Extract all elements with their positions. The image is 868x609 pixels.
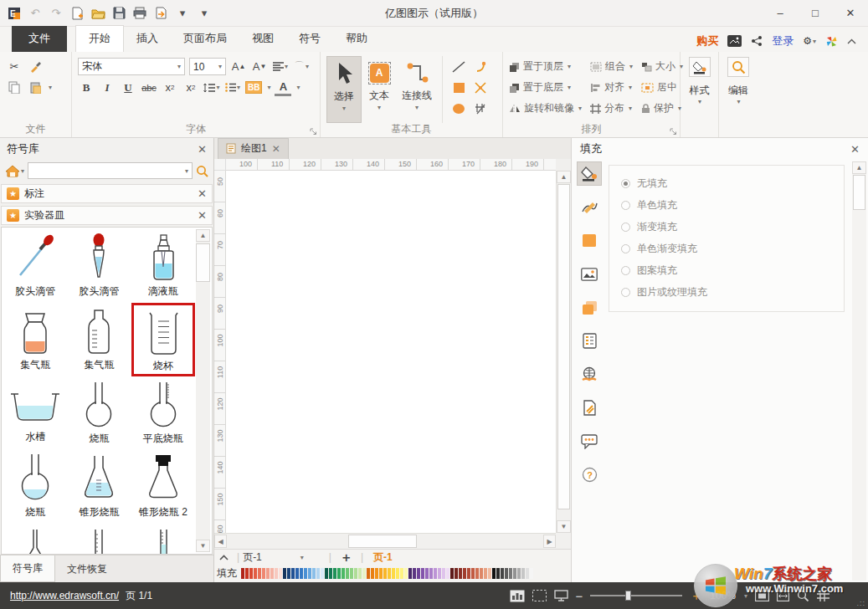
- search-icon[interactable]: [196, 165, 208, 177]
- bottom-tab-file-recovery[interactable]: 文件恢复: [55, 555, 119, 582]
- palette-swatch[interactable]: [521, 568, 525, 579]
- symbol-gas-bottle[interactable]: 集气瓶: [67, 303, 131, 376]
- palette-swatch[interactable]: [304, 568, 307, 579]
- strikethrough-icon[interactable]: abc: [141, 79, 157, 96]
- palette-swatch[interactable]: [362, 568, 366, 579]
- palette-swatch[interactable]: [392, 568, 395, 579]
- palette-swatch[interactable]: [295, 568, 299, 579]
- symbol-dropping-bottle[interactable]: 滴液瓶: [131, 229, 195, 303]
- palette-swatch[interactable]: [505, 568, 508, 579]
- symbol-erlenmeyer-flask[interactable]: 锥形烧瓶: [67, 450, 131, 524]
- customize-quick-access-button[interactable]: ▾: [197, 6, 212, 21]
- palette-swatch[interactable]: [501, 568, 504, 579]
- redo-button[interactable]: ↷: [49, 6, 64, 21]
- shape-format-icon[interactable]: [577, 228, 602, 253]
- palette-swatch[interactable]: [291, 568, 295, 579]
- canvas-vertical-scrollbar[interactable]: ▲ ▼: [556, 171, 571, 533]
- palette-swatch[interactable]: [530, 568, 533, 579]
- palette-swatch[interactable]: [434, 568, 437, 579]
- palette-swatch[interactable]: [417, 568, 420, 579]
- fill-panel-scrollbar[interactable]: ▲: [852, 161, 866, 581]
- symbol-beaker-highlighted[interactable]: 烧杯: [131, 303, 195, 376]
- palette-swatch[interactable]: [249, 568, 253, 579]
- palette-swatch[interactable]: [321, 568, 324, 579]
- palette-swatch[interactable]: [455, 568, 458, 579]
- tab-page-layout[interactable]: 页面布局: [171, 26, 239, 52]
- palette-swatch[interactable]: [346, 568, 349, 579]
- font-dialog-launcher-icon[interactable]: [310, 128, 317, 136]
- symbol-dropper-diagonal[interactable]: 胶头滴管: [3, 229, 67, 303]
- distribute-button[interactable]: 分布▾: [590, 98, 633, 119]
- paste-dropdown[interactable]: ▾: [49, 84, 52, 91]
- grid-toggle-icon[interactable]: [817, 591, 829, 601]
- palette-swatch[interactable]: [509, 568, 512, 579]
- palette-swatch[interactable]: [266, 568, 270, 579]
- fill-panel-close-icon[interactable]: ✕: [850, 143, 860, 156]
- text-tool-button[interactable]: A 文本▾: [362, 56, 397, 123]
- fit-width-icon[interactable]: [777, 591, 789, 601]
- drawing-canvas[interactable]: [226, 171, 556, 533]
- page-selector-dropdown[interactable]: ▾: [300, 554, 304, 561]
- note-icon[interactable]: [577, 329, 602, 353]
- bottom-tab-symbol-library[interactable]: 符号库: [0, 555, 55, 582]
- resize-grip[interactable]: .::: [856, 599, 865, 607]
- style-label[interactable]: 样式: [690, 84, 710, 98]
- cross-point-tool-icon[interactable]: [474, 81, 487, 95]
- comment-icon[interactable]: [577, 429, 602, 453]
- collapse-ribbon-icon[interactable]: [847, 38, 856, 44]
- palette-swatch[interactable]: [379, 568, 383, 579]
- palette-swatch[interactable]: [342, 568, 345, 579]
- tab-view[interactable]: 视图: [239, 26, 286, 52]
- document-tab-close-icon[interactable]: ✕: [272, 143, 280, 155]
- tab-symbols[interactable]: 符号: [286, 26, 333, 52]
- palette-swatch[interactable]: [480, 568, 483, 579]
- hyperlink-globe-icon[interactable]: [577, 362, 602, 386]
- paste-icon[interactable]: [27, 79, 44, 96]
- text-highlight-dropdown[interactable]: ▾: [267, 84, 270, 91]
- palette-swatch[interactable]: [283, 568, 286, 579]
- palette-swatch[interactable]: [463, 568, 466, 579]
- scroll-down-icon[interactable]: ▼: [557, 520, 571, 533]
- line-style-icon[interactable]: [577, 195, 602, 219]
- edit-label[interactable]: 编辑: [728, 84, 748, 98]
- symbol-scrollbar[interactable]: ▲ ▼: [196, 229, 210, 552]
- palette-swatch[interactable]: [337, 568, 341, 579]
- palette-swatch[interactable]: [316, 568, 320, 579]
- text-highlight-icon[interactable]: BB: [245, 81, 262, 94]
- canvas-horizontal-scrollbar[interactable]: ◀ ▶: [214, 533, 556, 549]
- palette-swatch[interactable]: [358, 568, 362, 579]
- palette-swatch[interactable]: [383, 568, 387, 579]
- palette-swatch[interactable]: [404, 568, 408, 579]
- scroll-up-icon[interactable]: ▲: [852, 161, 866, 174]
- library-section-labware[interactable]: ★ 实验器皿 ✕: [1, 206, 213, 225]
- palette-swatch[interactable]: [459, 568, 462, 579]
- font-color-dropdown[interactable]: ▾: [296, 84, 300, 91]
- symbol-flat-bottom-flask[interactable]: 平底烧瓶: [131, 376, 195, 450]
- center-button[interactable]: 居中: [641, 77, 683, 98]
- palette-swatch[interactable]: [354, 568, 357, 579]
- palette-swatch[interactable]: [488, 568, 491, 579]
- zoom-in-icon[interactable]: ＋: [690, 588, 702, 604]
- connector-tool-button[interactable]: 连接线▾: [397, 56, 437, 123]
- bullet-list-icon[interactable]: ▾: [224, 79, 241, 96]
- fill-option-single-gradient[interactable]: 单色渐变填充: [621, 238, 844, 259]
- palette-swatch[interactable]: [262, 568, 265, 579]
- palette-swatch[interactable]: [526, 568, 529, 579]
- login-button[interactable]: 登录: [772, 33, 794, 49]
- palette-swatch[interactable]: [245, 568, 249, 579]
- image-icon[interactable]: [577, 262, 602, 286]
- scroll-down-icon[interactable]: ▼: [196, 540, 210, 552]
- palette-swatch[interactable]: [258, 568, 261, 579]
- line-tool-icon[interactable]: [451, 60, 466, 74]
- palette-swatch[interactable]: [333, 568, 336, 579]
- symbol-gas-bottle-liquid[interactable]: 集气瓶: [3, 303, 67, 376]
- palette-swatch[interactable]: [329, 568, 332, 579]
- fit-window-icon[interactable]: [755, 591, 769, 601]
- export-dropdown[interactable]: ▾: [175, 6, 190, 21]
- palette-swatch[interactable]: [400, 568, 403, 579]
- symbol-water-trough[interactable]: 水槽: [3, 376, 67, 450]
- page-selector[interactable]: 页-1: [243, 550, 262, 565]
- screenshot-icon[interactable]: [727, 35, 742, 47]
- palette-swatch[interactable]: [413, 568, 416, 579]
- palette-swatch[interactable]: [513, 568, 516, 579]
